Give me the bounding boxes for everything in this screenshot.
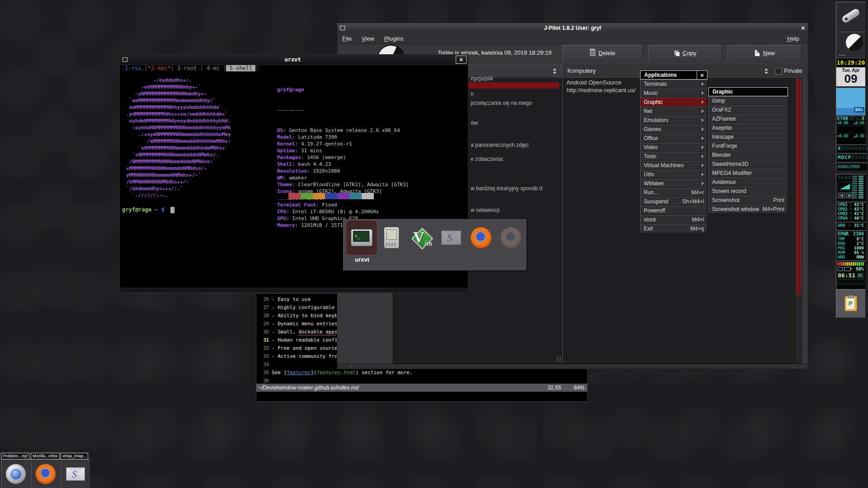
miniwindow-2[interactable]: Mozilla...refox (31, 459, 61, 488)
menu-item-games[interactable]: Games (640, 125, 708, 134)
menu-item-mpeg4-modifier[interactable]: MPEG4 Modifier (708, 169, 788, 178)
dock-blue-monitor[interactable]: 04% (836, 88, 866, 116)
menu-plugins[interactable]: Plugins (379, 35, 409, 42)
submenu-arrow-icon (702, 127, 704, 131)
menu-item-music[interactable]: Music (640, 89, 708, 98)
menu-item-avidemux[interactable]: Avidemux (708, 178, 788, 187)
tmux-tab[interactable]: 3-root (174, 65, 200, 71)
menu-item-sweethome3d[interactable]: SweetHome3D (708, 160, 788, 169)
spinner-icon[interactable] (762, 66, 770, 75)
computers-header: Komputery (567, 67, 596, 74)
dock-cpu-temps[interactable]: CPU1843°CCPU2843°CCPU3841°CCPU4840°C (836, 202, 866, 222)
menu-item-fontforge[interactable]: FontForge (708, 141, 788, 150)
dock-tile-circle-app[interactable]: ... (836, 32, 866, 58)
trash-icon (590, 50, 595, 56)
new-button[interactable]: New (727, 45, 802, 61)
dock-network-monitor[interactable]: ETH0 88 ▼▲ 8 ▼0.00 ▲0.00 ▼0.00 ▲0.00 (836, 116, 866, 145)
switcher-item-vim[interactable]: Vim (407, 223, 436, 252)
menu-item-terminals[interactable]: Terminals (640, 80, 708, 89)
menu-item-inkscape[interactable]: Inkscape (708, 132, 788, 141)
menu-item-run-[interactable]: Run...M4+r (640, 188, 708, 197)
menu-item-screenshot[interactable]: ScreenshotPrint (708, 196, 788, 205)
miniwindow-3[interactable]: vimja_imap...S (61, 459, 90, 488)
menu-item-tools[interactable]: Tools (640, 152, 708, 161)
graphic-submenu-titlebar[interactable]: Graphic (708, 87, 788, 96)
shell-prompt[interactable]: gryf@rage ~ $ (122, 206, 175, 213)
neofetch-userhost: gryf@rage (277, 86, 409, 93)
menu-item-screen-record[interactable]: Screen record (708, 187, 788, 196)
firefox-old-icon (6, 464, 26, 484)
private-checkbox[interactable] (775, 68, 782, 75)
menu-item-gimp[interactable]: Gimp (708, 96, 788, 105)
spinner-icon[interactable] (551, 66, 559, 75)
menu-item-office[interactable]: Office (640, 134, 708, 143)
delete-button[interactable]: Delete (562, 45, 643, 61)
tmux-tab[interactable]: *2-moc* (148, 65, 171, 71)
menu-item-wmaker[interactable]: WMaker (640, 179, 708, 188)
switcher-item-mail[interactable]: S (437, 223, 466, 252)
menu-item-screenshot-window[interactable]: Screenshot windowM4+Print (708, 205, 788, 214)
neofetch-info: gryf@rage --------- OS: Gentoo Base Syst… (277, 73, 409, 242)
resize-grip[interactable] (556, 357, 562, 362)
menu-item-virtual-machines[interactable]: Virtual Machines (640, 161, 708, 170)
menu-item-poweroff[interactable]: Poweroff (640, 206, 708, 215)
menu-file[interactable]: File (337, 35, 357, 42)
dock-jpilot-tile[interactable]: P (836, 289, 866, 318)
menu-item-emulators[interactable]: Emulators (640, 116, 708, 125)
scrollbar[interactable] (795, 78, 802, 364)
copy-button[interactable]: Copy (648, 45, 722, 61)
applications-menu-titlebar[interactable]: Applications × (640, 70, 708, 80)
terminal-titlebar[interactable]: urxvt × (120, 55, 468, 65)
menu-close-button[interactable]: × (697, 71, 707, 79)
miniwindow-1[interactable]: Problem...ctyl (1, 459, 31, 488)
divider (563, 61, 803, 62)
menu-item-aseprite[interactable]: Aseprite (708, 123, 788, 132)
menu-item-susupend[interactable]: SusupendSh+M4+l (640, 197, 708, 206)
menu-item-xlock[interactable]: xlockM4+l (640, 215, 708, 224)
vim-line: 26- Easy to use (256, 295, 311, 303)
datebook-text-fragment: w bardziej intuicyjny sposób d (471, 185, 542, 192)
dock-x-display[interactable]: X88888888 (836, 145, 867, 153)
dock-bubblemon[interactable]: BUBBLEMON (836, 163, 867, 171)
switcher-item-urxvt[interactable]: >_ (347, 223, 376, 252)
neofetch-underline: --------- (277, 107, 409, 113)
close-button[interactable]: × (798, 23, 808, 33)
switcher-selected-label: urxvt (348, 256, 377, 263)
menu-item-azpainter[interactable]: AZPainter (708, 114, 788, 123)
switcher-item-jpilot[interactable] (377, 223, 406, 252)
tmux-tab-bar[interactable]: .1-rss.|*2-moc*| 3-root | 4-mc | 5-shell… (122, 65, 259, 71)
terminal-resizebar[interactable] (120, 288, 468, 292)
text-cursor (170, 207, 175, 213)
tmux-tab[interactable]: 4-mc (203, 65, 223, 71)
menu-view[interactable]: View (357, 35, 379, 42)
dock-tile-blade[interactable] (836, 2, 866, 32)
tmux-tab[interactable]: 5-shell (226, 65, 255, 71)
menu-item-graphic[interactable]: Graphic (640, 98, 708, 107)
scrollbar-thumb[interactable] (796, 79, 801, 294)
menu-item-grafx2[interactable]: GraFX2 (708, 105, 788, 114)
jpilot-resizebar[interactable] (337, 364, 808, 369)
switcher-item-firefox-2[interactable] (496, 223, 525, 252)
miniaturize-button[interactable] (337, 23, 347, 33)
mixer-prev-button[interactable] (838, 192, 845, 198)
menu-item-net[interactable]: Net (640, 107, 708, 116)
menu-help[interactable]: Help (782, 33, 804, 44)
miniaturize-button[interactable] (120, 55, 130, 65)
menu-item-blender[interactable]: Blender (708, 150, 788, 160)
dock-gpu-temp[interactable]: GPU 8 31°C (836, 222, 866, 230)
tmux-tab[interactable]: .1-rss. (122, 65, 145, 71)
menu-item-video[interactable]: Video (640, 143, 708, 152)
dock-mixer[interactable]: 8488 (836, 174, 866, 201)
dock-battery[interactable]: 90% 06:51 B1 (836, 261, 866, 289)
dock-mocp[interactable]: MOCP88888 (836, 154, 867, 162)
menu-item-utils[interactable]: Utils (640, 170, 708, 179)
dock-clock[interactable]: 18:29:20 Tue, Apr 09 (836, 58, 866, 88)
neofetch-line: Terminal Font: Fixed (277, 202, 409, 208)
switcher-item-firefox[interactable] (467, 223, 495, 252)
menu-item-exit[interactable]: ExitM4+q (640, 224, 708, 233)
jpilot-titlebar[interactable]: J-Pilot 1.8.2 User: gryf × (337, 23, 808, 33)
datebook-text-fragment: w sekwencji (471, 207, 500, 213)
dock-weather[interactable]: EPWR 2300 TMP8°CDEW2°CPRS1009HUM65 %WNDN… (836, 230, 866, 260)
vim-scroll-percent: 64% (574, 385, 587, 391)
close-button[interactable]: × (456, 56, 467, 64)
